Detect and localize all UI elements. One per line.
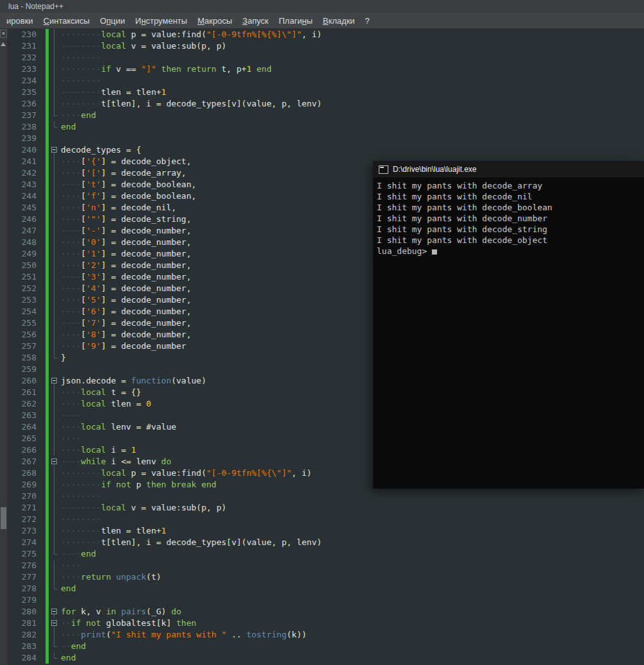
line-number[interactable]: 279 — [7, 594, 43, 606]
code-line[interactable]: 279 — [7, 594, 644, 606]
line-number[interactable]: 231 — [7, 40, 43, 52]
line-number[interactable]: 274 — [7, 537, 43, 548]
line-number[interactable]: 263 — [7, 410, 43, 421]
code-line[interactable]: 284end — [7, 652, 644, 664]
line-number[interactable]: 232 — [7, 52, 43, 63]
code-line[interactable]: 278end — [7, 583, 644, 594]
line-number[interactable]: 244 — [7, 190, 43, 202]
line-number[interactable]: 283 — [7, 641, 43, 652]
scrollbar-up-arrow-icon[interactable] — [1, 42, 6, 46]
fold-collapse-icon[interactable] — [51, 147, 57, 153]
code-line[interactable]: 276···· — [7, 560, 644, 571]
line-number[interactable]: 278 — [7, 583, 43, 594]
code-line[interactable]: 236········t[tlen], i = decode_types[v](… — [7, 98, 644, 110]
line-number[interactable]: 237 — [7, 110, 43, 121]
code-line[interactable]: 231········local v = value:sub(p, p) — [7, 40, 644, 52]
code-line[interactable]: 283··end — [7, 641, 644, 652]
fold-toggle[interactable] — [49, 606, 60, 618]
menu-item[interactable]: Опции — [95, 14, 130, 28]
fold-toggle[interactable] — [49, 456, 60, 467]
code-line[interactable]: 275····end — [7, 548, 644, 560]
line-number[interactable]: 247 — [7, 225, 43, 237]
code-line[interactable]: 277····return unpack(t) — [7, 571, 644, 583]
line-number[interactable]: 238 — [7, 121, 43, 133]
console-output[interactable]: I shit my pants with decode_arrayI shit … — [373, 178, 644, 489]
fold-toggle[interactable] — [49, 618, 60, 629]
line-number[interactable]: 271 — [7, 502, 43, 514]
line-number[interactable]: 243 — [7, 179, 43, 190]
code-line[interactable]: 237····end — [7, 110, 644, 121]
line-number[interactable]: 261 — [7, 387, 43, 398]
code-line[interactable]: 281··if not globaltest[k] then — [7, 618, 644, 629]
line-number[interactable]: 241 — [7, 156, 43, 167]
line-number[interactable]: 233 — [7, 63, 43, 75]
line-number[interactable]: 255 — [7, 317, 43, 329]
line-number[interactable]: 245 — [7, 202, 43, 214]
line-number[interactable]: 268 — [7, 467, 43, 479]
code-line[interactable]: 280for k, v in pairs(_G) do — [7, 606, 644, 618]
line-number[interactable]: 251 — [7, 271, 43, 283]
fold-collapse-icon[interactable] — [51, 378, 57, 383]
line-number[interactable]: 270 — [7, 491, 43, 502]
code-line[interactable]: 235········tlen = tlen+1 — [7, 87, 644, 98]
line-number[interactable]: 253 — [7, 294, 43, 306]
line-number[interactable]: 265 — [7, 433, 43, 444]
fold-collapse-icon[interactable] — [51, 620, 57, 626]
line-number[interactable]: 254 — [7, 306, 43, 317]
menu-item[interactable]: Синтаксисы — [38, 14, 95, 28]
code-line[interactable]: 282····print("I shit my pants with " .. … — [7, 629, 644, 641]
panel-close-icon[interactable]: × — [0, 29, 7, 38]
menu-item[interactable]: ? — [360, 14, 375, 28]
fold-collapse-icon[interactable] — [51, 609, 57, 614]
code-line[interactable]: 274········t[tlen], i = decode_types[v](… — [7, 537, 644, 548]
console-prompt[interactable]: lua_debug> — [377, 246, 644, 257]
line-number[interactable]: 262 — [7, 398, 43, 410]
line-number[interactable]: 275 — [7, 548, 43, 560]
code-line[interactable]: 230········local p = value:find("[-0-9tf… — [7, 29, 644, 40]
line-number[interactable]: 264 — [7, 421, 43, 433]
line-number[interactable]: 256 — [7, 329, 43, 341]
line-number[interactable]: 235 — [7, 87, 43, 98]
line-number[interactable]: 240 — [7, 144, 43, 156]
fold-toggle[interactable] — [49, 375, 60, 387]
line-number[interactable]: 260 — [7, 375, 43, 387]
line-number[interactable]: 249 — [7, 248, 43, 260]
menu-item[interactable]: Вкладки — [318, 14, 360, 28]
console-title-bar[interactable]: D:\drive\bin\lua\luajit.exe — [373, 161, 644, 178]
line-number[interactable]: 284 — [7, 652, 43, 664]
menu-item[interactable]: Плагины — [274, 14, 318, 28]
code-line[interactable]: 238end — [7, 121, 644, 133]
line-number[interactable]: 239 — [7, 133, 43, 144]
window-title-bar[interactable]: lua - Notepad++ — [0, 0, 644, 13]
line-number[interactable]: 281 — [7, 618, 43, 629]
line-number[interactable]: 236 — [7, 98, 43, 110]
line-number[interactable]: 267 — [7, 456, 43, 467]
line-number[interactable]: 276 — [7, 560, 43, 571]
menu-item[interactable]: Запуск — [237, 14, 274, 28]
code-line[interactable]: 232········ — [7, 52, 644, 63]
line-number[interactable]: 273 — [7, 525, 43, 537]
code-line[interactable]: 239 — [7, 133, 644, 144]
line-number[interactable]: 248 — [7, 237, 43, 248]
menu-item[interactable]: Инструменты — [130, 14, 192, 28]
line-number[interactable]: 269 — [7, 479, 43, 491]
line-number[interactable]: 252 — [7, 283, 43, 294]
menu-item[interactable]: ировки — [1, 14, 38, 28]
code-line[interactable]: 233········if v == "]" then return t, p+… — [7, 63, 644, 75]
code-line[interactable]: 271········local v = value:sub(p, p) — [7, 502, 644, 514]
line-number[interactable]: 234 — [7, 75, 43, 87]
line-number[interactable]: 266 — [7, 444, 43, 456]
line-number[interactable]: 246 — [7, 214, 43, 225]
line-number[interactable]: 230 — [7, 29, 43, 40]
code-line[interactable]: 234········ — [7, 75, 644, 87]
line-number[interactable]: 250 — [7, 260, 43, 271]
line-number[interactable]: 259 — [7, 364, 43, 375]
fold-collapse-icon[interactable] — [51, 459, 57, 464]
line-number[interactable]: 257 — [7, 341, 43, 352]
fold-toggle[interactable] — [49, 144, 60, 156]
menu-item[interactable]: Макросы — [192, 14, 237, 28]
code-line[interactable]: 240decode_types = { — [7, 144, 644, 156]
line-number[interactable]: 242 — [7, 167, 43, 179]
line-number[interactable]: 282 — [7, 629, 43, 641]
code-line[interactable]: 273········tlen = tlen+1 — [7, 525, 644, 537]
